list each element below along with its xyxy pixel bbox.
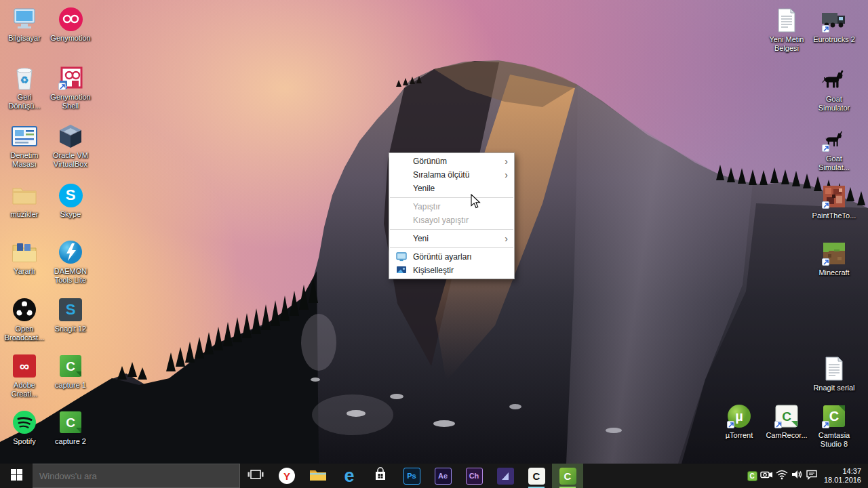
clock-date: 18.01.2016 — [819, 476, 861, 485]
tray-camtasia[interactable]: C — [745, 464, 760, 488]
context-menu-item-kisisellestir[interactable]: Kişiselleştir — [389, 264, 514, 277]
context-menu-item-siralama-olcutu[interactable]: Sıralama ölçütü › — [389, 168, 514, 182]
taskbar-yandex-browser[interactable]: Y — [271, 464, 302, 488]
spotify-icon — [11, 409, 38, 436]
taskbar: Y e Ps Ae Ch — [0, 464, 868, 488]
camtasia-recorder-icon: C — [528, 468, 545, 485]
desktop-icon-denetim-masasi[interactable]: Denetim Masası — [1, 123, 48, 169]
shortcut-arrow-icon — [822, 421, 829, 428]
desktop-icon-rnagit-serial[interactable]: Rnagit serial — [810, 355, 858, 392]
desktop-icon-geri-donusum[interactable]: ♻ Geri Dönüşü... — [1, 64, 48, 110]
search-input[interactable] — [33, 471, 239, 481]
desktop-icon-goat-simulator[interactable]: Goat Simulator — [810, 66, 858, 113]
submenu-arrow-icon: › — [505, 156, 508, 167]
desktop-icon-utorrent[interactable]: µ µTorrent — [715, 403, 763, 440]
desktop-icon-skype[interactable]: S Skype — [47, 182, 94, 219]
desktop-wallpaper[interactable]: Bilgisayar Genymotion ♻ Geri Dönüşü... G… — [0, 0, 868, 464]
goat-icon — [821, 66, 848, 94]
paint-the-town-icon — [821, 183, 848, 210]
desktop-icon-label: Rnagit serial — [810, 384, 858, 392]
context-menu-item-yeni[interactable]: Yeni › — [389, 232, 514, 245]
desktop-icon-yeni-metin-belgesi[interactable]: Yeni Metin Belgesi — [763, 7, 810, 53]
context-menu-item-gorunum[interactable]: Görünüm › — [389, 155, 514, 168]
tray-screen-recorder[interactable] — [760, 464, 774, 488]
desktop-icon-label: Skype — [47, 210, 94, 219]
desktop-icon-genymotion-shell[interactable]: Genymotion Shell — [47, 64, 94, 110]
desktop-icon-label: Snagit 12 — [47, 325, 94, 333]
tray-volume[interactable] — [789, 464, 804, 488]
context-menu-item-yenile[interactable]: Yenile — [389, 182, 514, 195]
taskbar-after-effects[interactable]: Ae — [427, 464, 458, 488]
desktop-icon-genymotion[interactable]: Genymotion — [47, 5, 94, 43]
system-tray: C 14:3 — [745, 464, 868, 488]
genymotion-shell-icon — [57, 64, 84, 92]
start-button[interactable] — [0, 464, 33, 488]
menu-separator — [390, 229, 513, 230]
desktop-icon-capture-2[interactable]: C capture 2 — [47, 409, 94, 446]
computer-icon — [11, 5, 38, 33]
desktop-context-menu: Görünüm › Sıralama ölçütü › Yenile Yapış… — [389, 152, 515, 279]
taskbar-search-box[interactable] — [33, 464, 240, 488]
context-menu-item-goruntu-ayarlari[interactable]: Görüntü ayarları — [389, 250, 514, 264]
genymotion-icon — [57, 5, 84, 33]
truck-icon — [821, 7, 848, 34]
desktop-icon-minecraft[interactable]: Minecraft — [810, 240, 858, 277]
desktop-icon-snagit[interactable]: S Snagit 12 — [47, 296, 94, 333]
taskbar-windows-store[interactable] — [365, 464, 396, 488]
desktop-icon-muzikler[interactable]: müzikler — [1, 182, 48, 219]
desktop-icon-spotify[interactable]: Spotify — [1, 409, 48, 446]
taskbar-edge[interactable]: e — [334, 464, 365, 488]
store-bag-icon — [373, 467, 388, 485]
desktop-icon-label: PaintTheTo... — [810, 211, 858, 220]
desktop-icon-label: Open Broadcast... — [1, 325, 48, 342]
desktop-icon-adobe-cc[interactable]: ∞ Adobe Creati... — [1, 352, 48, 399]
tray-network[interactable] — [774, 464, 789, 488]
desktop-icon-camtasia-studio-8[interactable]: C Camtasia Studio 8 — [810, 403, 858, 449]
desktop-icon-capture-1[interactable]: C capture 1 — [47, 352, 94, 390]
desktop-icon-label: Yeni Metin Belgesi — [763, 35, 810, 53]
submenu-arrow-icon: › — [505, 233, 508, 244]
desktop-icon-label: Denetim Masası — [1, 151, 48, 169]
photoshop-icon: Ps — [403, 468, 420, 485]
wifi-icon — [776, 469, 788, 483]
desktop-icon-obs[interactable]: Open Broadcast... — [1, 296, 48, 342]
obs-icon — [11, 296, 38, 323]
menu-separator — [390, 247, 513, 248]
desktop-icon-paint-the-town[interactable]: PaintTheTo... — [810, 183, 858, 220]
taskbar-camtasia-recorder[interactable]: C — [521, 464, 552, 488]
desktop-icon-label: Goat Simulator — [810, 95, 858, 113]
taskbar-clock[interactable]: 14:37 18.01.2016 — [819, 467, 864, 485]
shortcut-arrow-icon — [822, 201, 829, 209]
svg-text:C: C — [782, 409, 791, 424]
desktop-icon-camrecorder[interactable]: C CamRecor... — [763, 403, 810, 440]
svg-text:C: C — [829, 409, 839, 424]
shortcut-arrow-icon — [727, 421, 734, 428]
taskbar-adobe-app[interactable] — [490, 464, 521, 488]
text-document-icon — [821, 355, 848, 382]
tray-action-center[interactable] — [804, 464, 819, 488]
taskbar-file-explorer[interactable] — [302, 464, 334, 488]
camcorder-icon — [760, 469, 774, 483]
taskbar-camtasia-studio[interactable]: C — [552, 464, 583, 488]
desktop-icon-virtualbox[interactable]: Oracle VM VirtualBox — [47, 123, 94, 169]
desktop-icon-label: capture 1 — [47, 381, 94, 390]
desktop-icon-yararli[interactable]: Yararlı — [1, 239, 48, 276]
taskbar-photoshop[interactable]: Ps — [396, 464, 427, 488]
context-menu-item-kisayol-yapistir: Kısayol yapıştır — [389, 214, 514, 227]
desktop-icon-label: Genymotion Shell — [47, 93, 94, 110]
character-animator-icon: Ch — [466, 468, 483, 485]
task-view-button[interactable] — [240, 464, 271, 488]
goat-icon — [821, 126, 848, 153]
desktop-icon-label: CamRecor... — [763, 431, 810, 440]
desktop-icon-label: müzikler — [1, 210, 48, 219]
folder-icon — [11, 182, 38, 209]
taskbar-character-animator[interactable]: Ch — [458, 464, 490, 488]
desktop-icon-daemon-tools[interactable]: DAEMON Tools Lite — [47, 239, 94, 285]
desktop-icon-goat-simulator-shortcut[interactable]: Goat Simulat... — [810, 126, 858, 172]
task-view-icon — [248, 468, 264, 483]
camtasia-capture-icon: C — [57, 409, 84, 436]
desktop-icon-bilgisayar[interactable]: Bilgisayar — [1, 5, 48, 43]
desktop-icon-label: capture 2 — [47, 437, 94, 446]
desktop-icon-label: µTorrent — [715, 431, 763, 440]
desktop-icon-eurotrucks[interactable]: Eurotrucks 2 — [810, 7, 858, 44]
